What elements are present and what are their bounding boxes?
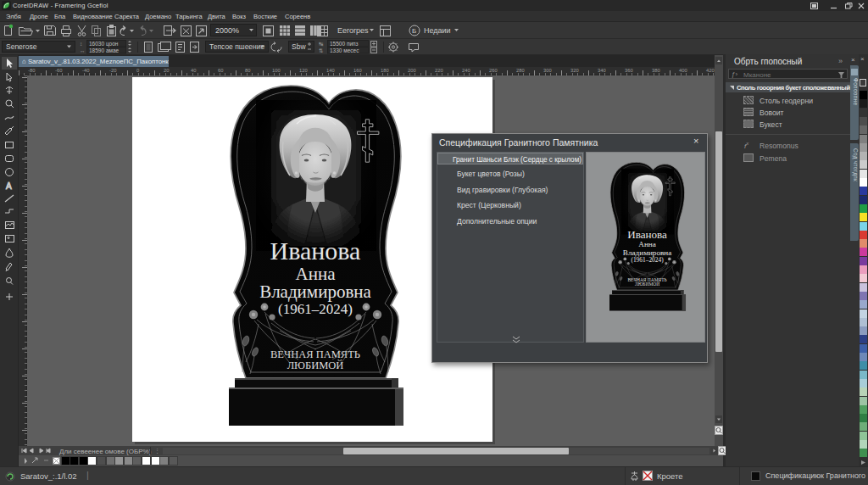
svg-text:Senerose: Senerose — [6, 42, 37, 51]
svg-text:Недаии: Недаии — [424, 26, 451, 35]
svg-text:A: A — [6, 181, 12, 191]
svg-text:↕: ↕ — [80, 41, 82, 47]
svg-text:↹: ↹ — [319, 41, 323, 47]
svg-text:2000%: 2000% — [215, 26, 239, 35]
svg-text:Тепсое пшеение: Тепсое пшеение — [209, 42, 265, 51]
svg-text:↔: ↔ — [80, 47, 86, 53]
svg-text:Б: Б — [412, 27, 416, 35]
svg-text:16030 цоон: 16030 цоон — [89, 41, 119, 47]
svg-text:1330 месес: 1330 месес — [330, 47, 359, 53]
svg-text:⇅: ⇅ — [319, 47, 324, 53]
svg-text:18590 амае: 18590 амае — [89, 47, 120, 53]
svg-text:Sbw: Sbw — [292, 42, 306, 51]
svg-text:Eerorpes: Eerorpes — [337, 26, 369, 35]
svg-text:Дли севеенее омове (ОБР%): Дли севеенее омове (ОБР%) — [59, 448, 152, 455]
svg-text:15500 пипз: 15500 пипз — [330, 41, 359, 47]
